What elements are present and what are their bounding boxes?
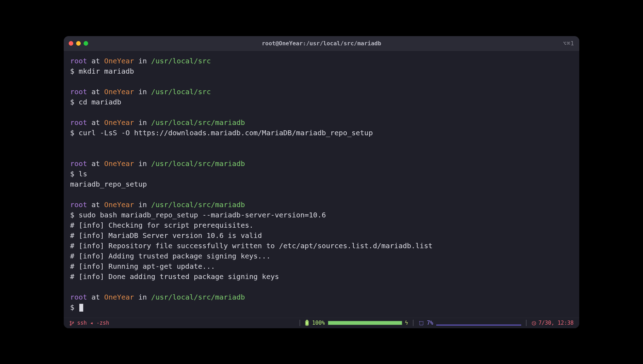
prompt-line: root at OneYear in /usr/local/src [70,56,573,66]
status-session: ssh ◂ -zsh [77,320,109,326]
command-line: $ curl -LsS -O https://downloads.mariadb… [70,128,573,138]
blank-line [70,282,573,292]
cpu-icon [419,320,424,326]
minimize-button[interactable] [76,41,81,46]
divider: │ [298,320,301,326]
terminal-window: root@OneYear:/usr/local/src/mariadb ⌥⌘1 … [64,36,579,328]
clock-block: 7/30, 12:38 [531,320,574,326]
cpu-graph [436,319,521,326]
battery-percent: 100% [312,320,325,326]
command-line: $ ls [70,169,573,179]
svg-rect-5 [306,322,308,325]
prompt-line: root at OneYear in /usr/local/src/mariad… [70,200,573,210]
svg-rect-4 [307,320,308,321]
output-line: mariadb_repo_setup [70,179,573,189]
command-line: $ mkdir mariadb [70,66,573,76]
cpu-block: 7% [419,319,521,326]
traffic-lights [69,41,88,46]
terminal-body[interactable]: root at OneYear in /usr/local/src$ mkdir… [64,51,579,318]
clock-icon [531,320,536,326]
svg-rect-6 [420,322,423,325]
battery-bar [328,321,402,325]
git-branch-icon [69,320,74,326]
command-line: $ cd mariadb [70,97,573,107]
output-line: # [info] Done adding trusted package sig… [70,272,573,282]
close-button[interactable] [69,41,73,46]
prompt-line: root at OneYear in /usr/local/src/mariad… [70,292,573,302]
prompt-line: root at OneYear in /usr/local/src/mariad… [70,118,573,128]
svg-point-2 [73,322,74,323]
divider: │ [412,320,415,326]
output-line: # [info] Adding trusted package signing … [70,251,573,261]
charging-icon: ϟ [405,320,408,326]
prompt-line: root at OneYear in /usr/local/src/mariad… [70,159,573,169]
command-line: $ sudo bash mariadb_repo_setup --mariadb… [70,210,573,220]
cursor [79,304,83,312]
svg-point-1 [70,324,71,325]
window-title: root@OneYear:/usr/local/src/mariadb [64,40,579,47]
blank-line [70,148,573,159]
output-line: # [info] Checking for script prerequisit… [70,220,573,231]
command-line[interactable]: $ [70,302,573,313]
clock-text: 7/30, 12:38 [539,320,574,326]
svg-point-0 [70,321,71,322]
titlebar: root@OneYear:/usr/local/src/mariadb ⌥⌘1 [64,36,579,51]
output-line: # [info] Running apt-get update... [70,261,573,272]
blank-line [70,189,573,200]
prompt-line: root at OneYear in /usr/local/src [70,87,573,97]
output-line: # [info] MariaDB Server version 10.6 is … [70,231,573,241]
status-left: ssh ◂ -zsh [69,320,109,326]
divider: │ [525,320,528,326]
blank-line [70,107,573,118]
output-line: # [info] Repository file successfully wr… [70,241,573,251]
maximize-button[interactable] [84,41,88,46]
battery-block: 100% ϟ [305,320,408,326]
status-bar: ssh ◂ -zsh │ 100% ϟ │ [64,318,579,328]
battery-icon [305,320,309,326]
blank-line [70,76,573,87]
output-line [70,138,573,148]
shortcut-hint: ⌥⌘1 [563,40,574,47]
cpu-percent: 7% [427,320,433,326]
